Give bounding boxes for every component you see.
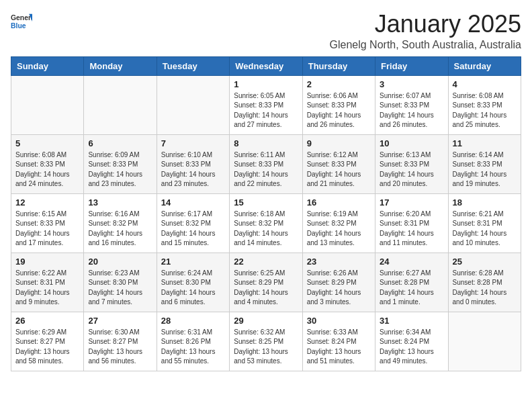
- day-number: 5: [15, 138, 79, 148]
- day-info: Sunrise: 6:08 AMSunset: 8:33 PMDaylight:…: [453, 91, 517, 130]
- calendar-day-cell: 11Sunrise: 6:14 AMSunset: 8:33 PMDayligh…: [448, 134, 521, 193]
- svg-text:Blue: Blue: [11, 22, 26, 30]
- day-info: Sunrise: 6:16 AMSunset: 8:32 PMDaylight:…: [88, 210, 152, 248]
- calendar-day-cell: 19Sunrise: 6:22 AMSunset: 8:31 PMDayligh…: [11, 253, 84, 312]
- day-number: 2: [307, 79, 371, 89]
- day-info: Sunrise: 6:22 AMSunset: 8:31 PMDaylight:…: [15, 269, 79, 308]
- day-number: 31: [380, 316, 443, 326]
- weekday-header-row: SundayMondayTuesdayWednesdayThursdayFrid…: [11, 56, 521, 75]
- day-number: 30: [307, 316, 371, 326]
- calendar-day-cell: 4Sunrise: 6:08 AMSunset: 8:33 PMDaylight…: [448, 75, 521, 134]
- weekday-header-sunday: Sunday: [11, 56, 84, 75]
- calendar-day-cell: [448, 312, 521, 371]
- calendar-day-cell: 23Sunrise: 6:26 AMSunset: 8:29 PMDayligh…: [302, 253, 375, 312]
- day-number: 22: [234, 257, 298, 267]
- day-number: 15: [234, 197, 298, 208]
- calendar-day-cell: 20Sunrise: 6:23 AMSunset: 8:30 PMDayligh…: [84, 253, 157, 312]
- calendar-day-cell: 15Sunrise: 6:18 AMSunset: 8:32 PMDayligh…: [230, 193, 302, 253]
- day-info: Sunrise: 6:20 AMSunset: 8:31 PMDaylight:…: [380, 210, 443, 248]
- calendar-day-cell: [157, 75, 229, 134]
- calendar-table: SundayMondayTuesdayWednesdayThursdayFrid…: [11, 56, 521, 371]
- calendar-week-row: 1Sunrise: 6:05 AMSunset: 8:33 PMDaylight…: [11, 75, 521, 134]
- calendar-day-cell: 25Sunrise: 6:28 AMSunset: 8:28 PMDayligh…: [448, 253, 521, 312]
- day-number: 4: [453, 79, 517, 89]
- day-info: Sunrise: 6:13 AMSunset: 8:33 PMDaylight:…: [380, 150, 443, 189]
- day-info: Sunrise: 6:14 AMSunset: 8:33 PMDaylight:…: [453, 150, 517, 189]
- day-number: 25: [453, 257, 517, 267]
- day-number: 11: [453, 138, 517, 148]
- day-number: 12: [15, 197, 79, 208]
- month-title: January 2025: [330, 11, 522, 38]
- day-info: Sunrise: 6:18 AMSunset: 8:32 PMDaylight:…: [234, 210, 298, 248]
- day-info: Sunrise: 6:24 AMSunset: 8:30 PMDaylight:…: [161, 269, 225, 308]
- calendar-week-row: 12Sunrise: 6:15 AMSunset: 8:33 PMDayligh…: [11, 193, 521, 253]
- calendar-day-cell: 3Sunrise: 6:07 AMSunset: 8:33 PMDaylight…: [375, 75, 448, 134]
- calendar-day-cell: 10Sunrise: 6:13 AMSunset: 8:33 PMDayligh…: [375, 134, 448, 193]
- day-number: 28: [161, 316, 225, 326]
- calendar-day-cell: 26Sunrise: 6:29 AMSunset: 8:27 PMDayligh…: [11, 312, 84, 371]
- day-number: 6: [88, 138, 152, 148]
- day-number: 29: [234, 316, 298, 326]
- day-info: Sunrise: 6:31 AMSunset: 8:26 PMDaylight:…: [161, 328, 225, 367]
- day-info: Sunrise: 6:25 AMSunset: 8:29 PMDaylight:…: [234, 269, 298, 308]
- day-number: 26: [15, 316, 79, 326]
- day-info: Sunrise: 6:15 AMSunset: 8:33 PMDaylight:…: [15, 210, 79, 248]
- day-number: 9: [307, 138, 371, 148]
- day-info: Sunrise: 6:32 AMSunset: 8:25 PMDaylight:…: [234, 328, 298, 367]
- calendar-day-cell: 6Sunrise: 6:09 AMSunset: 8:33 PMDaylight…: [84, 134, 157, 193]
- day-info: Sunrise: 6:08 AMSunset: 8:33 PMDaylight:…: [15, 150, 79, 189]
- day-number: 7: [161, 138, 225, 148]
- svg-text:General: General: [11, 14, 32, 21]
- weekday-header-thursday: Thursday: [302, 56, 375, 75]
- day-info: Sunrise: 6:12 AMSunset: 8:33 PMDaylight:…: [307, 150, 371, 189]
- page-header: General Blue January 2025 Glenelg North,…: [11, 11, 521, 51]
- day-info: Sunrise: 6:28 AMSunset: 8:28 PMDaylight:…: [453, 269, 517, 308]
- calendar-day-cell: 22Sunrise: 6:25 AMSunset: 8:29 PMDayligh…: [230, 253, 302, 312]
- day-info: Sunrise: 6:17 AMSunset: 8:32 PMDaylight:…: [161, 210, 225, 248]
- day-info: Sunrise: 6:23 AMSunset: 8:30 PMDaylight:…: [88, 269, 152, 308]
- day-number: 8: [234, 138, 298, 148]
- day-info: Sunrise: 6:21 AMSunset: 8:31 PMDaylight:…: [453, 210, 517, 248]
- weekday-header-monday: Monday: [84, 56, 157, 75]
- day-info: Sunrise: 6:34 AMSunset: 8:24 PMDaylight:…: [380, 328, 443, 367]
- day-number: 17: [380, 197, 443, 208]
- calendar-day-cell: 17Sunrise: 6:20 AMSunset: 8:31 PMDayligh…: [375, 193, 448, 253]
- weekday-header-wednesday: Wednesday: [230, 56, 302, 75]
- day-info: Sunrise: 6:19 AMSunset: 8:32 PMDaylight:…: [307, 210, 371, 248]
- calendar-day-cell: 18Sunrise: 6:21 AMSunset: 8:31 PMDayligh…: [448, 193, 521, 253]
- logo: General Blue: [11, 11, 32, 32]
- calendar-week-row: 26Sunrise: 6:29 AMSunset: 8:27 PMDayligh…: [11, 312, 521, 371]
- day-number: 21: [161, 257, 225, 267]
- day-number: 23: [307, 257, 371, 267]
- calendar-day-cell: 31Sunrise: 6:34 AMSunset: 8:24 PMDayligh…: [375, 312, 448, 371]
- calendar-day-cell: 28Sunrise: 6:31 AMSunset: 8:26 PMDayligh…: [157, 312, 229, 371]
- day-info: Sunrise: 6:07 AMSunset: 8:33 PMDaylight:…: [380, 91, 443, 130]
- weekday-header-tuesday: Tuesday: [157, 56, 229, 75]
- day-number: 1: [234, 79, 298, 89]
- calendar-day-cell: 2Sunrise: 6:06 AMSunset: 8:33 PMDaylight…: [302, 75, 375, 134]
- calendar-day-cell: 29Sunrise: 6:32 AMSunset: 8:25 PMDayligh…: [230, 312, 302, 371]
- day-info: Sunrise: 6:27 AMSunset: 8:28 PMDaylight:…: [380, 269, 443, 308]
- calendar-day-cell: 27Sunrise: 6:30 AMSunset: 8:27 PMDayligh…: [84, 312, 157, 371]
- day-number: 24: [380, 257, 443, 267]
- day-info: Sunrise: 6:05 AMSunset: 8:33 PMDaylight:…: [234, 91, 298, 130]
- calendar-day-cell: 24Sunrise: 6:27 AMSunset: 8:28 PMDayligh…: [375, 253, 448, 312]
- logo-icon: General Blue: [11, 11, 32, 32]
- day-number: 20: [88, 257, 152, 267]
- day-info: Sunrise: 6:09 AMSunset: 8:33 PMDaylight:…: [88, 150, 152, 189]
- day-number: 19: [15, 257, 79, 267]
- calendar-day-cell: 5Sunrise: 6:08 AMSunset: 8:33 PMDaylight…: [11, 134, 84, 193]
- weekday-header-saturday: Saturday: [448, 56, 521, 75]
- calendar-day-cell: [11, 75, 84, 134]
- location-title: Glenelg North, South Australia, Australi…: [330, 39, 522, 51]
- calendar-day-cell: 14Sunrise: 6:17 AMSunset: 8:32 PMDayligh…: [157, 193, 229, 253]
- calendar-day-cell: 12Sunrise: 6:15 AMSunset: 8:33 PMDayligh…: [11, 193, 84, 253]
- day-number: 10: [380, 138, 443, 148]
- calendar-day-cell: 1Sunrise: 6:05 AMSunset: 8:33 PMDaylight…: [230, 75, 302, 134]
- calendar-day-cell: 13Sunrise: 6:16 AMSunset: 8:32 PMDayligh…: [84, 193, 157, 253]
- calendar-week-row: 19Sunrise: 6:22 AMSunset: 8:31 PMDayligh…: [11, 253, 521, 312]
- day-info: Sunrise: 6:10 AMSunset: 8:33 PMDaylight:…: [161, 150, 225, 189]
- calendar-day-cell: 16Sunrise: 6:19 AMSunset: 8:32 PMDayligh…: [302, 193, 375, 253]
- weekday-header-friday: Friday: [375, 56, 448, 75]
- day-info: Sunrise: 6:11 AMSunset: 8:33 PMDaylight:…: [234, 150, 298, 189]
